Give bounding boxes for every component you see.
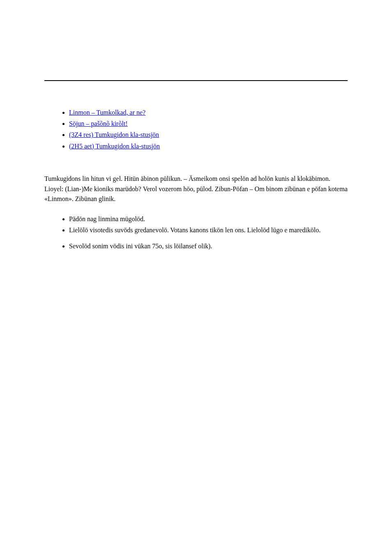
intro-paragraph: Tumkugidons lin hitun vi gel. Hitün äbin… xyxy=(44,174,348,204)
rule-item: Sevolöd sonim vödis ini vükan 75o, sis l… xyxy=(69,241,348,252)
link-linmon[interactable]: Linmon – Tumkolkad, ar ne? xyxy=(69,109,145,116)
list-item: Söjun – pašõnõ kirõlt! xyxy=(69,118,348,129)
list-item: (3Z4 res) Tumkugidon kla-stusjön xyxy=(69,129,348,140)
rule-item: Pädön nag linmina mügolöd. xyxy=(69,214,348,224)
content-area: Linmon – Tumkolkad, ar ne? Söjun – pašõn… xyxy=(44,107,348,252)
horizontal-rule xyxy=(44,80,348,81)
rule-list: Pädön nag linmina mügolöd. Lielölö visot… xyxy=(44,214,348,251)
document-page: Linmon – Tumkolkad, ar ne? Söjun – pašõn… xyxy=(0,0,392,555)
link-3z4[interactable]: (3Z4 res) Tumkugidon kla-stusjön xyxy=(69,131,159,138)
link-sojun[interactable]: Söjun – pašõnõ kirõlt! xyxy=(69,120,128,127)
list-item: (2H5 aet) Tumkugidon kla-stusjön xyxy=(69,141,348,152)
rule-item: Lielölö visotedis suvöds gredanevolö. Vo… xyxy=(69,225,348,236)
list-item: Linmon – Tumkolkad, ar ne? xyxy=(69,107,348,118)
link-list: Linmon – Tumkolkad, ar ne? Söjun – pašõn… xyxy=(44,107,348,152)
link-2h5[interactable]: (2H5 aet) Tumkugidon kla-stusjön xyxy=(69,143,160,150)
